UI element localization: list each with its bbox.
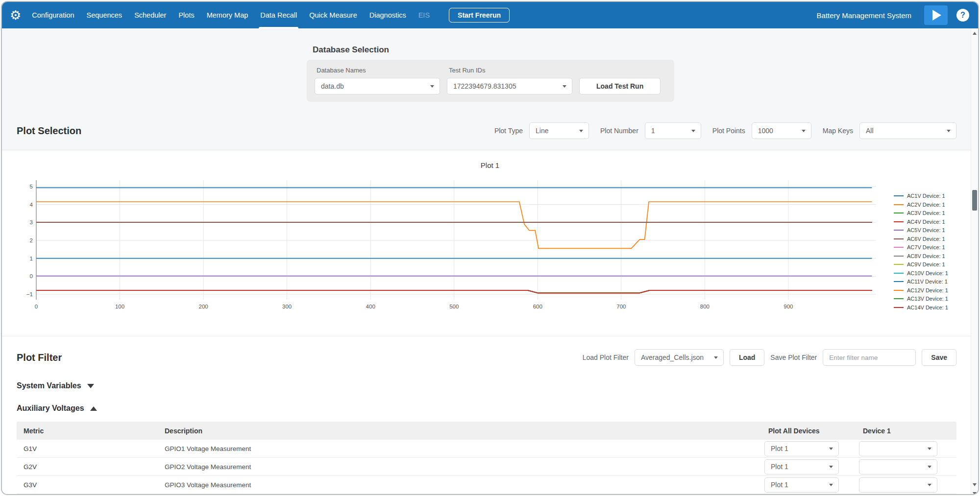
start-freerun-button[interactable]: Start Freerun	[449, 8, 510, 23]
plot-all-devices-select-value: Plot 1	[771, 445, 788, 452]
cell-metric: G2V	[17, 463, 158, 471]
svg-text:2: 2	[30, 237, 33, 243]
plot-type-label: Plot Type	[494, 127, 523, 135]
plot-filter-title: Plot Filter	[17, 352, 62, 363]
legend-label: AC9V Device: 1	[907, 261, 945, 267]
legend-label: AC5V Device: 1	[907, 227, 945, 233]
line-chart: −10123450100200300400500600700800900	[17, 177, 879, 314]
vertical-scrollbar[interactable]	[971, 28, 978, 495]
chevron-down-icon	[829, 484, 833, 486]
chevron-down-icon	[829, 466, 833, 468]
legend-line-swatch	[894, 247, 904, 248]
legend-label: AC1V Device: 1	[907, 193, 945, 199]
legend-item: AC4V Device: 1	[894, 219, 967, 225]
legend-line-swatch	[894, 264, 904, 265]
plot-points-label: Plot Points	[712, 127, 745, 135]
auxiliary-voltages-table: Metric Description Plot All Devices Devi…	[17, 422, 956, 494]
database-selection-section: Database Selection Database Names data.d…	[2, 28, 978, 150]
legend-line-swatch	[894, 307, 904, 308]
device-1-select[interactable]	[859, 459, 937, 474]
system-variables-label: System Variables	[17, 381, 81, 390]
chevron-down-icon	[579, 130, 583, 132]
legend-label: AC3V Device: 1	[907, 210, 945, 216]
plot-title: Plot 1	[2, 161, 978, 169]
legend-item: AC9V Device: 1	[894, 261, 967, 267]
nav-item-scheduler[interactable]: Scheduler	[134, 2, 166, 28]
plot-number-value: 1	[651, 127, 655, 135]
database-names-select[interactable]: data.db	[315, 78, 440, 94]
nav-item-data-recall[interactable]: Data Recall	[260, 2, 297, 28]
nav-item-quick-measure[interactable]: Quick Measure	[309, 2, 357, 28]
chevron-down-icon	[829, 448, 833, 450]
plot-all-devices-select[interactable]: Plot 1	[764, 441, 839, 456]
nav-item-configuration[interactable]: Configuration	[32, 2, 74, 28]
save-plot-filter-label: Save Plot Filter	[770, 354, 817, 361]
nav-item-diagnostics[interactable]: Diagnostics	[369, 2, 406, 28]
load-plot-filter-label: Load Plot Filter	[583, 354, 629, 361]
load-filter-button[interactable]: Load	[730, 349, 764, 366]
chevron-down-icon	[947, 130, 951, 132]
plot-number-label: Plot Number	[600, 127, 638, 135]
nav-item-memory-map[interactable]: Memory Map	[207, 2, 248, 28]
legend-item: AC10V Device: 1	[894, 270, 967, 276]
chart-legend: AC1V Device: 1AC2V Device: 1AC3V Device:…	[894, 177, 967, 314]
plot-type-select[interactable]: Line	[529, 122, 589, 139]
svg-text:4: 4	[30, 202, 33, 208]
nav-item-plots[interactable]: Plots	[178, 2, 194, 28]
plot-points-select[interactable]: 1000	[752, 122, 811, 139]
legend-line-swatch	[894, 195, 904, 196]
load-test-run-button[interactable]: Load Test Run	[579, 78, 661, 94]
save-filter-button[interactable]: Save	[922, 349, 956, 366]
svg-text:3: 3	[30, 219, 33, 225]
chevron-up-icon	[90, 406, 97, 411]
table-row: G2VGPIO2 Voltage MeasurementPlot 1	[17, 458, 956, 476]
svg-text:300: 300	[282, 304, 292, 309]
legend-label: AC8V Device: 1	[907, 253, 945, 259]
map-keys-select[interactable]: All	[859, 122, 956, 139]
legend-item: AC5V Device: 1	[894, 227, 967, 233]
chevron-down-icon	[928, 466, 931, 468]
plot-points-value: 1000	[758, 127, 773, 135]
plot-selection-title: Plot Selection	[17, 125, 81, 137]
table-body: G1VGPIO1 Voltage MeasurementPlot 1G2VGPI…	[17, 440, 956, 494]
play-icon	[932, 10, 941, 21]
cell-description: GPIO2 Voltage Measurement	[158, 463, 761, 471]
legend-item: AC13V Device: 1	[894, 296, 967, 302]
scroll-down-arrow[interactable]	[971, 490, 978, 495]
scroll-up-arrow[interactable]	[971, 29, 978, 37]
cell-plot-all-devices: Plot 1	[761, 477, 856, 493]
cell-metric: G3V	[17, 481, 158, 489]
plot-all-devices-select[interactable]: Plot 1	[764, 477, 839, 493]
cell-device-1	[856, 459, 956, 474]
run-button[interactable]	[924, 5, 948, 25]
auxiliary-voltages-toggle[interactable]: Auxiliary Voltages	[2, 404, 978, 413]
cell-plot-all-devices: Plot 1	[761, 441, 856, 456]
chevron-down-icon	[563, 85, 566, 88]
cell-description: GPIO3 Voltage Measurement	[158, 481, 761, 489]
plot-number-select[interactable]: 1	[645, 122, 701, 139]
plot-filter-row: Plot Filter Load Plot Filter Averaged_Ce…	[2, 349, 978, 366]
legend-item: AC2V Device: 1	[894, 202, 967, 208]
legend-line-swatch	[894, 230, 904, 231]
inner-scroll-down-arrow[interactable]	[971, 481, 978, 488]
plot-all-devices-select[interactable]: Plot 1	[764, 459, 839, 474]
scrollbar-thumb[interactable]	[972, 190, 977, 211]
app-window: ⚙ ConfigurationSequencesSchedulerPlotsMe…	[1, 1, 979, 495]
gear-icon[interactable]: ⚙	[10, 9, 21, 22]
device-1-select[interactable]	[859, 441, 937, 456]
legend-label: AC2V Device: 1	[907, 202, 945, 208]
test-run-ids-label: Test Run IDs	[449, 67, 572, 74]
test-run-ids-select[interactable]: 1722394679.831305	[447, 78, 572, 94]
nav-item-sequences[interactable]: Sequences	[87, 2, 122, 28]
legend-label: AC12V Device: 1	[907, 287, 948, 293]
plot-filter-controls: Load Plot Filter Averaged_Cells.json Loa…	[583, 349, 956, 366]
legend-item: AC1V Device: 1	[894, 193, 967, 199]
load-plot-filter-select[interactable]: Averaged_Cells.json	[635, 349, 724, 366]
map-keys-value: All	[866, 127, 874, 135]
device-1-select[interactable]	[859, 477, 937, 493]
system-variables-toggle[interactable]: System Variables	[2, 381, 978, 390]
help-icon[interactable]: ?	[956, 9, 969, 22]
plot-all-devices-select-value: Plot 1	[771, 463, 788, 471]
nav-item-eis[interactable]: EIS	[418, 2, 430, 28]
filter-name-input[interactable]	[823, 349, 916, 366]
